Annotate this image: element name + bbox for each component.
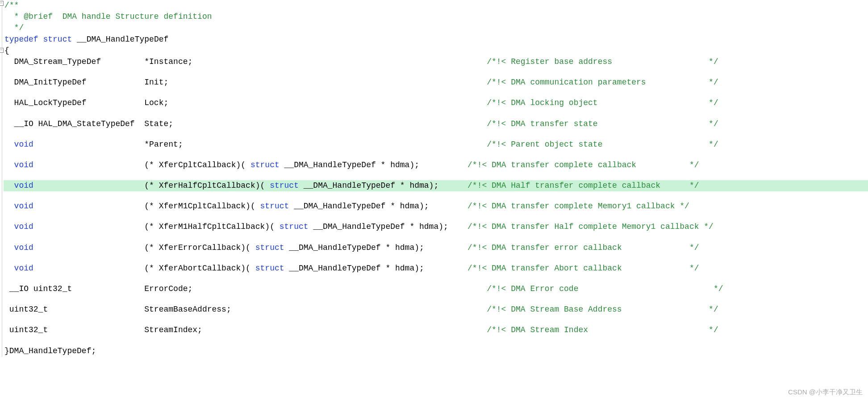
keyword-struct: struct xyxy=(255,264,284,273)
comment-brief-text: DMA handle Structure definition xyxy=(53,12,212,21)
comment-open: /** xyxy=(4,1,19,10)
keyword-struct: struct xyxy=(43,35,72,44)
keyword-struct: struct xyxy=(280,222,309,231)
member-comment: /*!< DMA transfer complete Memory1 callb… xyxy=(467,202,689,211)
keyword-void: void xyxy=(14,160,33,169)
member-line: void (* XferM1HalfCpltCallback)( struct … xyxy=(4,221,868,232)
member-decl: StreamIndex; xyxy=(144,325,202,334)
code-line: */ xyxy=(4,22,868,34)
member-line: HAL_LockTypeDef Lock; /*!< DMA locking o… xyxy=(4,97,868,109)
struct-body: DMA_Stream_TypeDef *Instance; /*!< Regis… xyxy=(4,56,868,346)
member-line: void *Parent; /*!< Parent object state *… xyxy=(4,139,868,150)
blank-line xyxy=(4,109,868,118)
blank-line xyxy=(4,212,868,221)
member-decl: (* XferHalfCpltCallback)( xyxy=(144,181,270,190)
member-decl: *Parent; xyxy=(144,140,183,149)
member-decl: (* XferM1CpltCallback)( xyxy=(144,202,260,211)
keyword-void: void xyxy=(14,202,33,211)
member-type: HAL_LockTypeDef xyxy=(14,98,145,107)
member-line: __IO uint32_t ErrorCode; /*!< DMA Error … xyxy=(4,283,868,295)
code-editor: − /** * @brief DMA handle Structure defi… xyxy=(0,0,868,357)
member-comment: /*!< DMA transfer Half complete Memory1 … xyxy=(467,222,714,231)
blank-line xyxy=(4,130,868,139)
blank-line xyxy=(4,88,868,97)
blank-line xyxy=(4,171,868,180)
member-line: DMA_InitTypeDef Init; /*!< DMA communica… xyxy=(4,77,868,88)
member-comment: /*!< DMA Half transfer complete callback… xyxy=(467,181,699,190)
code-line: { xyxy=(4,45,868,56)
comment-brief-prefix: * @brief xyxy=(4,12,53,21)
blank-line xyxy=(4,150,868,160)
code-line: * @brief DMA handle Structure definition xyxy=(4,11,868,22)
member-line: void (* XferM1CpltCallback)( struct __DM… xyxy=(4,201,868,212)
member-decl: (* XferM1HalfCpltCallback)( xyxy=(144,222,279,231)
keyword-struct: struct xyxy=(255,243,284,252)
member-comment: /*!< DMA Error code */ xyxy=(487,284,723,293)
keyword-struct: struct xyxy=(270,181,299,190)
member-decl: Init; xyxy=(144,78,168,87)
keyword-void: void xyxy=(14,140,33,149)
member-comment: /*!< Parent object state */ xyxy=(487,140,718,149)
keyword-typedef: typedef xyxy=(4,35,38,44)
comment-close: */ xyxy=(4,23,24,32)
member-decl: (* XferErrorCallback)( xyxy=(144,243,255,252)
brace-open: { xyxy=(4,46,9,55)
member-type: uint32_t xyxy=(9,305,144,314)
member-comment: /*!< Register base address */ xyxy=(487,57,718,66)
member-line: void (* XferCpltCallback)( struct __DMA_… xyxy=(4,160,868,171)
blank-line xyxy=(4,295,868,304)
member-type: __IO HAL_DMA_StateTypeDef xyxy=(14,119,145,128)
keyword-void: void xyxy=(14,264,33,273)
member-comment: /*!< DMA locking object */ xyxy=(487,98,718,107)
blank-line xyxy=(4,253,868,263)
member-type: __IO uint32_t xyxy=(9,284,144,293)
blank-line xyxy=(4,191,868,201)
keyword-struct: struct xyxy=(250,160,280,169)
member-comment: /*!< DMA transfer Abort callback */ xyxy=(467,264,699,273)
code-line: }DMA_HandleTypeDef; xyxy=(4,346,868,357)
member-comment: /*!< DMA Stream Base Address */ xyxy=(487,305,718,314)
blank-line xyxy=(4,315,868,325)
member-decl: *Instance; xyxy=(144,57,192,66)
member-comment: /*!< DMA transfer error callback */ xyxy=(467,243,699,252)
code-line: typedef struct __DMA_HandleTypeDef xyxy=(4,34,868,45)
member-decl: (* XferAbortCallback)( xyxy=(144,264,255,273)
member-line: void (* XferErrorCallback)( struct __DMA… xyxy=(4,242,868,253)
fold-toggle-comment[interactable]: − xyxy=(0,1,4,6)
keyword-void: void xyxy=(14,222,33,231)
fold-toggle-struct[interactable]: − xyxy=(0,48,4,53)
member-comment: /*!< DMA Stream Index */ xyxy=(487,325,718,334)
member-type: uint32_t xyxy=(9,325,144,334)
member-decl: (* XferCpltCallback)( xyxy=(144,160,250,169)
keyword-void: void xyxy=(14,243,33,252)
member-line: __IO HAL_DMA_StateTypeDef State; /*!< DM… xyxy=(4,118,868,130)
code-line: /** xyxy=(4,0,868,11)
member-comment: /*!< DMA communication parameters */ xyxy=(487,78,718,87)
member-decl: State; xyxy=(144,119,173,128)
member-comment: /*!< DMA transfer complete callback */ xyxy=(467,160,699,169)
member-decl: ErrorCode; xyxy=(144,284,192,293)
blank-line xyxy=(4,68,868,77)
blank-line xyxy=(4,336,868,346)
gutter-border xyxy=(2,0,2,357)
member-line: DMA_Stream_TypeDef *Instance; /*!< Regis… xyxy=(4,56,868,68)
member-type: DMA_InitTypeDef xyxy=(14,78,145,87)
member-decl: StreamBaseAddress; xyxy=(144,305,231,314)
keyword-void: void xyxy=(14,181,33,190)
typedef-name: __DMA_HandleTypeDef xyxy=(72,35,168,44)
member-decl: Lock; xyxy=(144,98,168,107)
blank-line xyxy=(4,274,868,283)
member-line: uint32_t StreamBaseAddress; /*!< DMA Str… xyxy=(4,304,868,315)
member-line: void (* XferAbortCallback)( struct __DMA… xyxy=(4,263,868,274)
member-type: DMA_Stream_TypeDef xyxy=(14,57,145,66)
member-comment: /*!< DMA transfer state */ xyxy=(487,119,718,128)
blank-line xyxy=(4,233,868,242)
brace-close: }DMA_HandleTypeDef; xyxy=(4,346,96,355)
member-line: uint32_t StreamIndex; /*!< DMA Stream In… xyxy=(4,325,868,336)
member-line: void (* XferHalfCpltCallback)( struct __… xyxy=(4,180,868,191)
keyword-struct: struct xyxy=(260,202,289,211)
